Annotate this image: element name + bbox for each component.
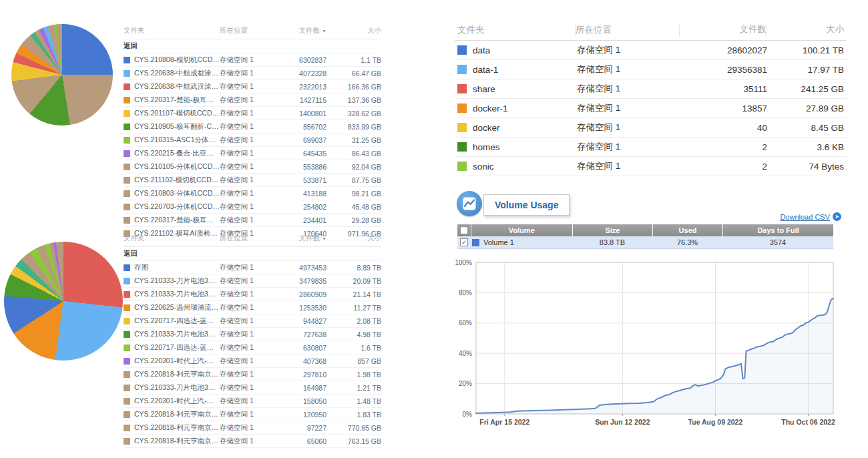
select-all-checkbox[interactable] [460,226,468,234]
folder-row[interactable]: CYS.220638-中航武汉涂布机存储空间 12322013166.36 GB [124,80,381,93]
folder-row[interactable]: CYS.211102-模切机CCD-瑞浦模切存储空间 153387187.75 … [124,174,381,187]
volume-row[interactable]: ✓Volume 183.8 TB76.3%3574 [457,236,833,249]
folder-row[interactable]: CYS.220818-利元亨南京国轩整线-密封钉存储空间 165060763.1… [124,435,381,448]
folder-size: 31.25 GB [327,136,381,144]
folder-size: 1.1 TB [327,56,381,64]
column-header-location[interactable]: 所在位置 [220,26,278,35]
folder-name-cell: CYS.220638-中航武汉涂布机 [124,82,220,91]
folder-file-count: 158050 [278,397,327,405]
folder-row[interactable]: sonic存储空间 1274 Bytes [455,157,847,176]
folder-row[interactable]: CYS.210315-ASC1分体机CCD-ATL分条机存储空间 1699037… [124,134,381,147]
folder-row[interactable]: docker-1存储空间 11385727.89 GB [455,99,847,118]
folder-location: 存储空间 1 [220,136,278,145]
folder-file-count: 254802 [278,203,327,211]
folder-name: CYS.220215-叠合-比亚迪分条机 [134,149,220,158]
folder-row[interactable]: CYS.201107-模切机CCD-南通CATL存储空间 11400801328… [124,107,381,120]
folder-location: 存储空间 1 [220,383,278,393]
folder-file-count: 1427115 [278,96,327,104]
folder-row[interactable]: CYS.210808-模切机CCD-苏州力神存储空间 163028371.1 T… [124,53,381,67]
folder-name-cell: data [455,45,577,55]
column-header-files[interactable]: 文件数 [680,23,767,37]
folder-name: CYS.210803-分体机CCD-惠州赢合 [134,189,220,198]
download-csv-arrow-icon[interactable]: ➤ [833,212,841,221]
folder-row[interactable]: CYS.220818-利元亨南京国轩整线-顶盖焊-2D存储空间 11209501… [124,408,381,421]
column-header-folder[interactable]: 文件夹 [455,23,576,37]
folder-row[interactable]: homes存储空间 123.6 KB [455,138,847,157]
column-header-size[interactable]: Size [573,224,653,236]
legend-color-icon [124,264,130,271]
legend-color-icon [124,411,130,418]
folder-row[interactable]: docker存储空间 1408.45 GB [455,118,847,138]
column-header-files[interactable]: 文件数▼ [278,26,327,35]
folder-location: 存储空间 1 [577,63,680,75]
column-header-volume[interactable]: Volume [471,224,573,236]
folder-name-cell: CYS.210333-刀片电池3D焊检测-宁乡 [124,290,220,299]
folder-row[interactable]: CYS.220625-温州瑞浦流道焊检测存储空间 1125353011.27 T… [124,301,381,314]
folder-row[interactable]: share存储空间 135111241.25 GB [455,79,847,99]
back-link[interactable]: 返回 [124,247,381,261]
download-csv-link[interactable]: Download CSV [780,213,830,221]
folder-row[interactable]: data-1存储空间 12935638117.97 TB [455,60,847,79]
folder-file-count: 29356381 [680,65,767,75]
legend-color-icon [124,137,130,144]
row-checkbox[interactable]: ✓ [460,238,468,246]
folder-size: 857 GB [327,357,381,365]
column-header-folder[interactable]: 文件夹 [124,234,220,243]
folder-location: 存储空间 1 [220,69,278,78]
folder-row[interactable]: CYS.220818-利元亨南京国轩整线-底板激光焊接-…存储空间 197227… [124,421,381,435]
folder-name: CYS.220638-中航武汉涂布机 [134,82,220,91]
folder-name: CYS.210333-刀片电池3D焊检测-重庆 [134,383,220,393]
folder-location: 存储空间 1 [220,122,278,132]
folder-row[interactable]: CYS.220818-利元亨南京国轩整线-顶盖焊-3D存储空间 12978101… [124,368,381,381]
folder-row[interactable]: CYS.220215-叠合-比亚迪分条机存储空间 164543586.43 GB [124,147,381,160]
legend-color-icon [124,425,130,431]
folder-row[interactable]: CYS.220717-四迅达-蓝牙耳机检测-3D存储空间 19448272.08… [124,314,381,328]
folder-size: 86.43 GB [327,150,381,158]
folder-row[interactable]: CYS.220317-楚能-极耳法兰叠一体机-定位存储空间 123440129.… [124,214,381,227]
folder-row[interactable]: CYS.210333-刀片电池3D焊检测-无为-2期存储空间 134798352… [124,274,381,288]
legend-color-icon [124,304,130,311]
column-header-location[interactable]: 所在位置 [576,23,680,37]
folder-size: 166.36 GB [327,83,381,91]
folder-name-cell: CYS.220301-时代上汽-密封钉检测-3D [124,357,220,366]
folder-size: 1.21 TB [327,384,381,392]
y-axis-tick-label: 100% [455,259,472,266]
folder-row[interactable]: CYS.220301-时代上汽-密封钉检测-2D存储空间 11580501.48… [124,395,381,408]
column-header-folder[interactable]: 文件夹 [124,26,220,35]
folder-row[interactable]: 存图存储空间 149734538.89 TB [124,261,381,274]
folder-row[interactable]: CYS.210333-刀片电池3D焊检测-重庆存储空间 11649871.21 … [124,381,381,395]
legend-color-icon [457,142,467,152]
folder-row[interactable]: CYS.220703-分体机CCD+AI-惠州德威存储空间 125480245.… [124,200,381,214]
folder-name-cell: CYS.210333-刀片电池3D焊检测-无为-2期 [124,276,220,286]
folder-name-cell: docker [455,123,577,133]
folder-row[interactable]: CYS.220717-四迅达-蓝牙耳机检测-2D存储空间 16308071.6 … [124,341,381,355]
folder-row[interactable]: data存储空间 128602027100.21 TB [455,41,847,60]
folder-row[interactable]: CYS.210333-刀片电池3D焊检测-宁乡存储空间 1286090921.1… [124,288,381,301]
x-axis-tick-label: Thu Oct 06 2022 [781,418,835,426]
column-header-size[interactable]: 大小 [327,26,381,35]
folder-row[interactable]: CYS.220638-中航成都涂布机存储空间 1407232866.47 GB [124,67,381,80]
folder-row[interactable]: CYS.210905-极耳翻折-CATL存储空间 1856702833.99 G… [124,120,381,134]
volume-size: 83.8 TB [572,236,652,248]
folder-file-count: 553886 [278,163,327,171]
column-header-days-to-full[interactable]: Days to Full [723,224,833,236]
legend-color-icon [124,398,130,405]
folder-name-cell: CYS.220317-楚能-极耳法兰叠一体机-缺陷检测 [124,95,220,105]
column-header-files[interactable]: 文件数▼ [278,234,327,243]
back-link[interactable]: 返回 [124,39,381,53]
column-header-size[interactable]: 大小 [327,234,381,243]
column-header-location[interactable]: 所在位置 [220,234,278,243]
folder-file-count: 4072328 [278,69,327,77]
folder-location: 存储空间 1 [220,263,278,272]
folder-row[interactable]: CYS.220301-时代上汽-密封钉检测-3D存储空间 1407368857 … [124,355,381,368]
folder-row[interactable]: CYS.210105-分体机CCD-浙江衡远（兰溪）存储空间 155388692… [124,160,381,174]
column-header-used[interactable]: Used [653,224,723,236]
folder-size: 8.45 GB [767,123,847,133]
folder-row[interactable]: CYS.220317-楚能-极耳法兰叠一体机-缺陷检测存储空间 11427115… [124,93,381,107]
folder-row[interactable]: CYS.210333-刀片电池3D焊检测-坪山存储空间 17276384.98 … [124,328,381,341]
folder-row[interactable]: CYS.210803-分体机CCD-惠州赢合存储空间 141318898.21 … [124,187,381,200]
folder-name-cell: CYS.210808-模切机CCD-苏州力神 [124,55,220,65]
folder-location: 存储空间 1 [577,141,680,153]
folder-file-count: 6302837 [278,56,327,64]
column-header-size[interactable]: 大小 [767,23,847,37]
